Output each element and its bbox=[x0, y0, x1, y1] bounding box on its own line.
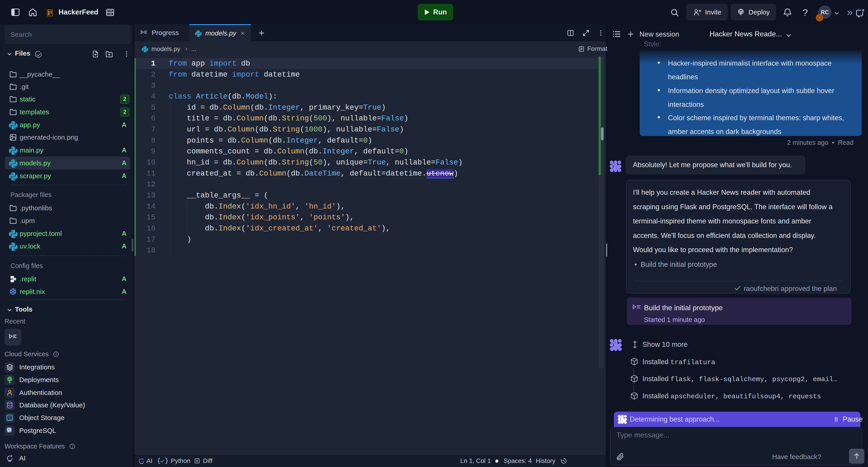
svg-text:01: 01 bbox=[9, 418, 11, 421]
